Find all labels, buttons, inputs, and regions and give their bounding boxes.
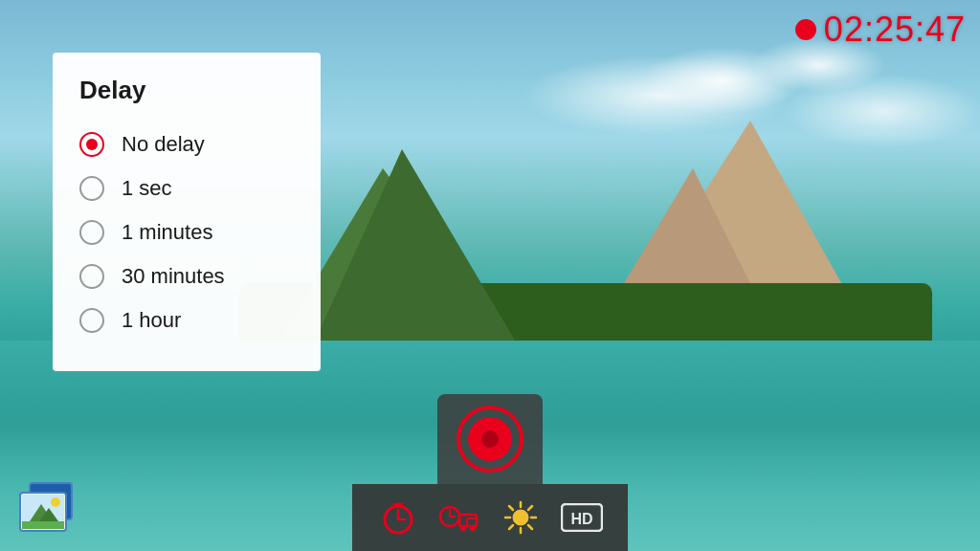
timer-button[interactable] <box>368 492 429 543</box>
delay-label-no-delay: No delay <box>122 132 205 157</box>
recording-indicator: 02:25:47 <box>795 10 966 50</box>
recording-dot <box>795 19 816 40</box>
svg-point-15 <box>460 525 466 531</box>
record-button-container <box>437 394 543 484</box>
record-button-inner <box>468 417 512 461</box>
bottom-toolbar: HD <box>352 394 628 551</box>
delay-option-30min[interactable]: 30 minutes <box>79 254 294 298</box>
radio-30min <box>79 264 104 289</box>
svg-line-25 <box>509 525 513 529</box>
recording-time: 02:25:47 <box>824 10 966 50</box>
sub-toolbar: HD <box>352 484 628 551</box>
delay-label-1sec: 1 sec <box>122 176 172 201</box>
gallery-button[interactable] <box>19 482 77 532</box>
mountain-left2 <box>306 149 526 360</box>
hd-icon: HD <box>561 503 603 532</box>
delay-drive-button[interactable] <box>429 492 490 543</box>
delay-panel: Delay No delay 1 sec 1 minutes 30 minute… <box>53 53 321 371</box>
svg-point-16 <box>470 525 476 531</box>
svg-line-23 <box>528 525 532 529</box>
delay-option-no-delay[interactable]: No delay <box>79 122 294 166</box>
delay-drive-icon <box>438 499 480 536</box>
radio-1min <box>79 220 104 245</box>
hd-button[interactable]: HD <box>551 492 612 543</box>
delay-option-1min[interactable]: 1 minutes <box>79 210 294 254</box>
radio-1hour <box>79 308 104 333</box>
delay-option-1hour[interactable]: 1 hour <box>79 298 294 342</box>
record-button[interactable] <box>457 406 523 473</box>
svg-line-22 <box>509 506 513 510</box>
delay-label-1min: 1 minutes <box>122 220 212 245</box>
radio-1sec <box>79 176 104 201</box>
radio-inner-no-delay <box>86 139 98 150</box>
delay-label-30min: 30 minutes <box>122 264 225 289</box>
radio-no-delay <box>79 132 104 157</box>
delay-label-1hour: 1 hour <box>122 308 181 333</box>
svg-point-17 <box>513 510 528 525</box>
svg-point-4 <box>51 497 60 507</box>
svg-rect-3 <box>22 521 64 529</box>
gallery-image-svg <box>22 495 64 529</box>
svg-line-24 <box>528 506 532 510</box>
brightness-button[interactable] <box>490 492 551 543</box>
gallery-stack <box>19 482 77 532</box>
svg-text:HD: HD <box>570 511 592 527</box>
delay-option-1sec[interactable]: 1 sec <box>79 166 294 210</box>
clock-icon <box>380 499 416 536</box>
gallery-card-front <box>19 492 67 532</box>
brightness-icon <box>502 499 539 536</box>
delay-title: Delay <box>79 76 294 105</box>
